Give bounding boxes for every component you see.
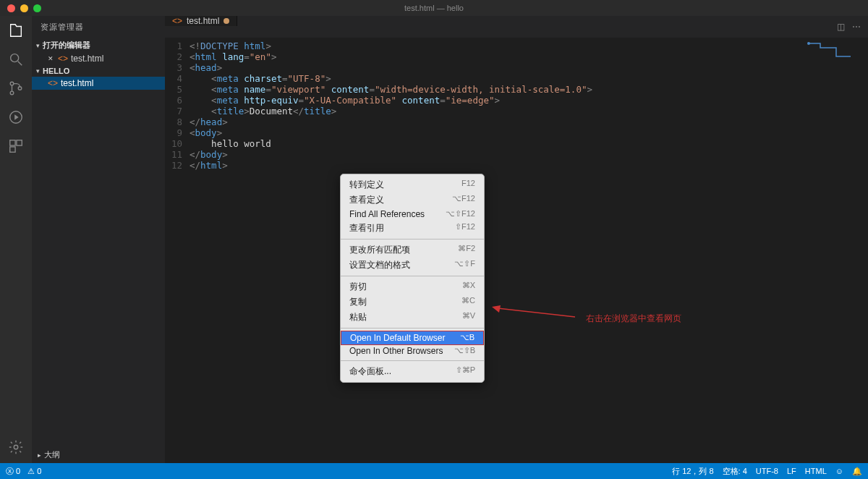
context-menu-item[interactable]: 粘贴⌘V [341, 310, 484, 325]
menu-item-shortcut: ⌥B [460, 333, 475, 343]
menu-item-shortcut: ⌘C [461, 296, 475, 308]
chevron-right-icon: ▸ [38, 452, 41, 459]
menu-item-shortcut: ⇧⌘P [456, 365, 475, 378]
menu-separator [341, 360, 484, 361]
svg-rect-7 [10, 147, 15, 152]
code-editor[interactable]: 123456789101112 <!DOCTYPE html><html lan… [165, 38, 868, 463]
status-item[interactable]: HTML [805, 467, 827, 475]
context-menu-item[interactable]: 复制⌘C [341, 294, 484, 310]
context-menu: 转到定义F12查看定义⌥F12Find All References⌥⇧F12查… [340, 174, 485, 383]
explorer-icon[interactable] [7, 22, 25, 39]
menu-separator [341, 239, 484, 240]
svg-point-8 [14, 445, 18, 449]
menu-item-label: 查看引用 [349, 222, 384, 234]
menu-item-label: 粘贴 [349, 311, 367, 323]
context-menu-item[interactable]: Find All References⌥⇧F12 [341, 208, 484, 221]
menu-item-shortcut: F12 [461, 179, 475, 191]
menu-item-label: 复制 [349, 296, 367, 308]
more-actions-icon[interactable]: ⋯ [852, 22, 861, 32]
bell-icon: 🔔 [852, 467, 862, 476]
explorer-sidebar: 资源管理器 ▾打开的编辑器✕<> test.html▾HELLO<> test.… [32, 16, 165, 463]
extensions-icon[interactable] [7, 137, 25, 155]
context-menu-item[interactable]: 查看定义⌥F12 [341, 192, 484, 208]
status-item[interactable]: 空格: 4 [723, 466, 747, 477]
menu-item-shortcut: ⌥F12 [452, 194, 475, 206]
status-item[interactable]: LF [787, 467, 796, 475]
outline-label: 大纲 [44, 449, 60, 460]
menu-item-shortcut: ⌥⇧B [454, 346, 475, 356]
warnings-icon: ⚠ [27, 467, 35, 476]
status-item[interactable]: 🔔 [852, 467, 862, 476]
status-bar: ⓧ0⚠0 行 12，列 8空格: 4UTF-8LFHTML☺🔔 [0, 463, 868, 479]
context-menu-item[interactable]: Open In Default Browser⌥B [341, 331, 484, 345]
menu-separator [341, 328, 484, 328]
menu-item-label: 查看定义 [349, 194, 384, 206]
menu-item-label: Open In Default Browser [350, 333, 445, 343]
status-item[interactable]: 行 12，列 8 [672, 466, 713, 477]
context-menu-item[interactable]: 转到定义F12 [341, 177, 484, 192]
svg-rect-6 [17, 140, 22, 145]
menu-item-shortcut: ⌘X [462, 281, 475, 293]
editor-tab[interactable]: <>test.html [165, 16, 237, 26]
source-control-icon[interactable] [7, 80, 25, 97]
search-icon[interactable] [7, 51, 25, 68]
context-menu-item[interactable]: Open In Other Browsers⌥⇧B [341, 344, 484, 357]
svg-point-2 [10, 91, 14, 95]
debug-icon[interactable] [7, 109, 25, 126]
status-item[interactable]: ⚠0 [27, 466, 41, 477]
chevron-down-icon: ▾ [36, 42, 40, 49]
context-menu-item[interactable]: 查看引用⇧F12 [341, 221, 484, 236]
menu-separator [341, 276, 484, 276]
sidebar-section-header[interactable]: ▾HELLO [32, 65, 165, 77]
titlebar: test.html — hello [0, 0, 868, 16]
maximize-window-button[interactable] [33, 4, 41, 12]
menu-item-shortcut: ⌘V [462, 311, 475, 323]
menu-item-label: Find All References [349, 209, 425, 219]
sidebar-file-item[interactable]: <> test.html [32, 77, 165, 90]
close-icon[interactable]: ✕ [48, 55, 54, 62]
svg-rect-5 [10, 140, 15, 145]
menu-item-label: 更改所有匹配项 [349, 244, 410, 256]
minimap[interactable] [807, 41, 865, 59]
menu-item-label: Open In Other Browsers [349, 346, 443, 356]
sidebar-file-item[interactable]: ✕<> test.html [32, 52, 165, 65]
menu-item-label: 转到定义 [349, 179, 384, 191]
feedback-icon: ☺ [835, 467, 843, 475]
svg-point-9 [807, 42, 810, 45]
menu-item-shortcut: ⌥⇧F12 [446, 209, 475, 219]
sidebar-header: 资源管理器 [32, 16, 165, 38]
outline-section[interactable]: ▸ 大纲 [32, 446, 165, 463]
settings-icon[interactable] [7, 438, 25, 456]
split-editor-icon[interactable]: ◫ [837, 22, 845, 32]
window-title: test.html — hello [404, 4, 464, 12]
editor-area: <>test.html ◫ ⋯ 123456789101112 <!DOCTYP… [165, 16, 868, 463]
html-file-icon: <> [58, 54, 68, 64]
svg-point-3 [18, 87, 22, 90]
status-item[interactable]: ☺ [835, 467, 843, 475]
status-item[interactable]: ⓧ0 [6, 466, 20, 477]
menu-item-shortcut: ⇧F12 [455, 222, 475, 234]
errors-icon: ⓧ [6, 466, 14, 477]
activity-bar [0, 16, 32, 463]
menu-item-shortcut: ⌥⇧F [454, 259, 475, 271]
menu-item-shortcut: ⌘F2 [458, 244, 475, 256]
modified-indicator [224, 18, 229, 24]
annotation-arrow [492, 302, 579, 324]
menu-item-label: 设置文档的格式 [349, 259, 410, 271]
context-menu-item[interactable]: 设置文档的格式⌥⇧F [341, 258, 484, 273]
context-menu-item[interactable]: 剪切⌘X [341, 279, 484, 294]
sidebar-section-header[interactable]: ▾打开的编辑器 [32, 38, 165, 52]
close-window-button[interactable] [7, 4, 15, 12]
context-menu-item[interactable]: 命令面板...⇧⌘P [341, 364, 484, 379]
status-item[interactable]: UTF-8 [756, 467, 778, 475]
svg-line-10 [498, 308, 575, 317]
html-file-icon: <> [48, 78, 58, 88]
context-menu-item[interactable]: 更改所有匹配项⌘F2 [341, 242, 484, 258]
window-controls [7, 4, 41, 12]
svg-point-0 [11, 54, 19, 62]
menu-item-label: 剪切 [349, 281, 367, 293]
tab-label: test.html [187, 16, 219, 26]
minimize-window-button[interactable] [20, 4, 28, 12]
tab-bar: <>test.html ◫ ⋯ [165, 16, 868, 38]
html-file-icon: <> [172, 16, 182, 26]
